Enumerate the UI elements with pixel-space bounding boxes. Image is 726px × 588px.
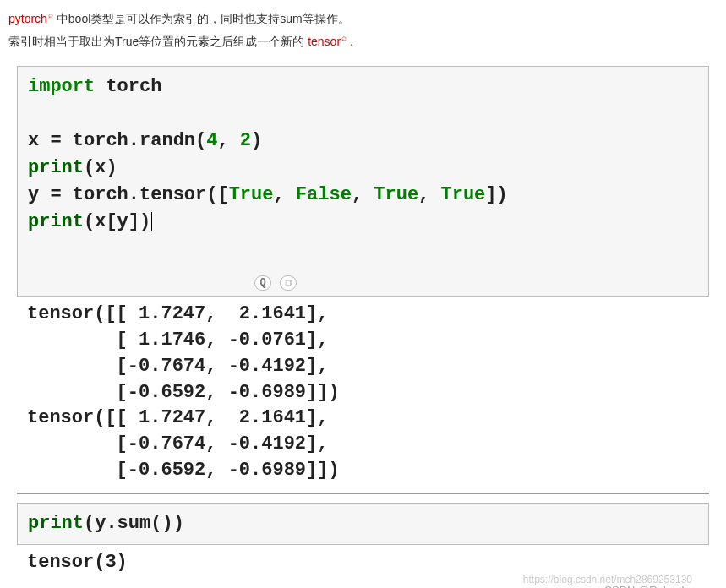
module-torch: torch xyxy=(95,76,161,97)
true-2: True xyxy=(374,184,418,205)
intro-text-2a: 索引时相当于取出为True等位置的元素之后组成一个新的 xyxy=(8,35,308,48)
num-2: 2 xyxy=(240,130,251,151)
print-call-2: print xyxy=(28,211,84,232)
print-arg-3: (y.sum()) xyxy=(84,513,184,534)
intro-text-2b: . xyxy=(347,35,353,48)
print-call-1: print xyxy=(28,157,84,178)
true-3: True xyxy=(441,184,486,205)
intro-text-1: 中bool类型是可以作为索引的，同时也支持sum等操作。 xyxy=(53,12,350,25)
intro-line-1: pytorch⌕ 中bool类型是可以作为索引的，同时也支持sum等操作。 xyxy=(8,8,718,28)
code-line-3: x = torch.randn( xyxy=(28,130,206,151)
code-cell-1: import torch x = torch.randn(4, 2) print… xyxy=(17,66,709,297)
code-output-block-1: import torch x = torch.randn(4, 2) print… xyxy=(17,66,709,579)
search-icon[interactable]: Q xyxy=(254,275,271,291)
true-1: True xyxy=(229,184,274,205)
print-arg-1: (x) xyxy=(84,157,117,178)
comma: , xyxy=(352,184,374,205)
print-call-3: print xyxy=(28,513,84,534)
cell-toolbar: Q ❐ xyxy=(254,275,297,291)
watermark-author: CSDN @Rolandxxx xyxy=(8,584,701,588)
pytorch-link[interactable]: pytorch xyxy=(8,12,47,25)
paren-close: ) xyxy=(251,130,262,151)
comma: , xyxy=(217,130,239,151)
output-cell-1: tensor([[ 1.7247, 2.1641], [ 1.1746, -0.… xyxy=(17,297,709,487)
comma: , xyxy=(418,184,440,205)
cell-divider xyxy=(17,493,709,494)
comment-icon[interactable]: ❐ xyxy=(280,275,297,291)
bracket-close: ]) xyxy=(485,184,507,205)
tensor-link[interactable]: tensor xyxy=(308,35,341,48)
num-4: 4 xyxy=(206,130,217,151)
code-line-5: y = torch.tensor([ xyxy=(28,184,229,205)
keyword-import: import xyxy=(28,76,95,97)
code-cell-2: print(y.sum()) xyxy=(17,503,709,545)
comma: , xyxy=(273,184,295,205)
false-1: False xyxy=(296,184,352,205)
intro-line-2: 索引时相当于取出为True等位置的元素之后组成一个新的 tensor⌕ . xyxy=(8,31,718,51)
print-arg-2: (x[y]) xyxy=(84,211,150,232)
text-cursor xyxy=(151,212,152,231)
